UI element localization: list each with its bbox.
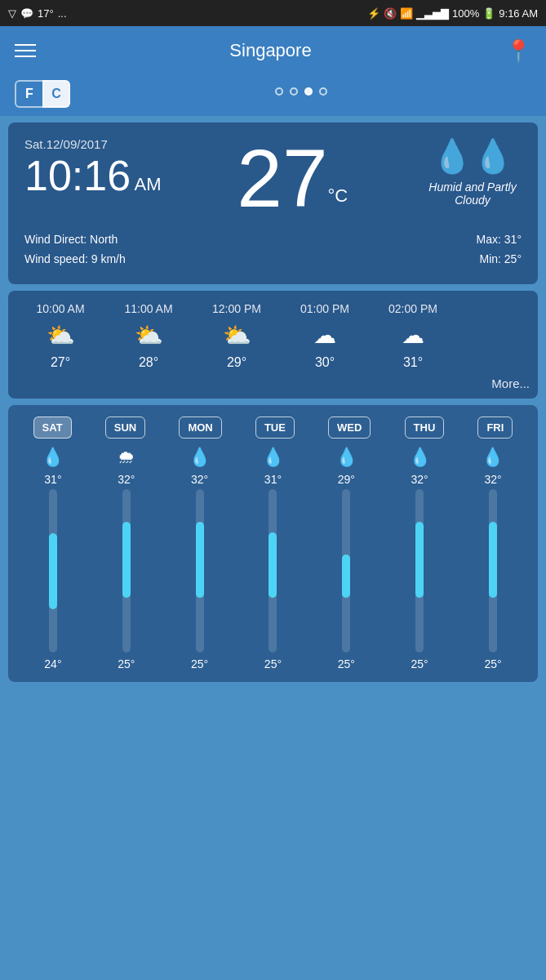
bar-column-4: 29°25°: [313, 473, 379, 670]
status-left: ▽ 💬 17° ...: [8, 7, 67, 20]
day-tue[interactable]: TUE: [255, 416, 295, 439]
main-card-top: Sat.12/09/2017 10:16 AM 27°C 💧💧 Humid an…: [24, 137, 522, 219]
temperature-value: 27: [237, 132, 327, 224]
bar-fill: [122, 522, 131, 598]
more-link[interactable]: More...: [16, 370, 530, 390]
min-temp-label: 25°: [338, 657, 355, 670]
min-temp: Min: 25°: [477, 250, 522, 270]
hourly-weather-icon: ⛅: [47, 322, 75, 349]
battery-icon: 🔋: [482, 7, 495, 20]
weekly-icon-mon: 💧: [167, 447, 233, 468]
max-temp-label: 32°: [484, 473, 501, 486]
condition-text: Humid and Partly Cloudy: [424, 180, 522, 207]
max-temp-label: 31°: [264, 473, 282, 486]
hamburger-line: [15, 56, 36, 57]
bar-column-6: 32°25°: [460, 473, 526, 670]
hourly-time: 10:00 AM: [36, 302, 84, 315]
bar-fill: [269, 532, 277, 598]
battery-percent: 100%: [452, 7, 479, 20]
status-bar: ▽ 💬 17° ... ⚡ 🔇 📶 ▁▃▅▇ 100% 🔋 9:16 AM: [0, 0, 546, 26]
bar-fill: [342, 555, 350, 598]
app-header: Singapore 📍: [0, 26, 546, 75]
wind-direction: Wind Direct: North: [24, 230, 126, 250]
hourly-temp: 31°: [403, 355, 423, 370]
min-temp-label: 25°: [118, 657, 135, 670]
hamburger-line: [15, 50, 36, 51]
hourly-time: 01:00 PM: [300, 302, 349, 315]
max-temp: Max: 31°: [477, 230, 522, 250]
temp-bar: [489, 489, 497, 653]
weekly-icon-wed: 💧: [313, 447, 379, 468]
bluetooth-icon: ⚡: [367, 7, 380, 20]
max-temp-label: 32°: [191, 473, 208, 486]
ellipsis: ...: [58, 7, 67, 20]
max-temp-label: 32°: [118, 473, 135, 486]
main-condition: 💧💧 Humid and Partly Cloudy: [424, 137, 522, 207]
bar-fill: [49, 533, 57, 609]
dot-1[interactable]: [275, 87, 283, 96]
date-text: Sat.12/09/2017: [24, 137, 162, 151]
hourly-temp: 27°: [51, 355, 70, 370]
day-sun[interactable]: SUN: [105, 416, 145, 439]
fahrenheit-button[interactable]: F: [15, 80, 42, 108]
hourly-weather-icon: ☁: [402, 322, 424, 349]
celsius-button[interactable]: C: [42, 80, 70, 108]
temperature-status: 17°: [38, 7, 54, 20]
hourly-time: 02:00 PM: [388, 302, 437, 315]
ampm-text: AM: [135, 174, 162, 194]
hourly-scroll[interactable]: 10:00 AM ⛅ 27° 11:00 AM ⛅ 28° 12:00 PM ⛅…: [16, 302, 530, 370]
hourly-time: 12:00 PM: [212, 302, 261, 315]
controls-row: F C: [0, 75, 546, 116]
time-display: 10:16 AM: [24, 154, 162, 197]
bar-fill: [489, 522, 497, 598]
main-date-time: Sat.12/09/2017 10:16 AM: [24, 137, 162, 197]
main-card-bottom: Wind Direct: North Wind speed: 9 km/h Ma…: [24, 230, 522, 270]
min-temp-label: 25°: [411, 657, 428, 670]
min-temp-label: 25°: [484, 657, 501, 670]
hourly-temp: 28°: [139, 355, 158, 370]
max-temp-label: 32°: [411, 473, 428, 486]
min-temp-label: 25°: [264, 657, 282, 670]
shield-icon: ▽: [8, 7, 16, 20]
clock: 9:16 AM: [499, 7, 538, 20]
hourly-time: 11:00 AM: [124, 302, 172, 315]
weekly-bars: 31°24°32°25°32°25°31°25°29°25°32°25°32°2…: [16, 473, 530, 670]
dot-2[interactable]: [290, 87, 298, 96]
temp-bar: [342, 489, 350, 653]
day-sat[interactable]: SAT: [33, 416, 72, 439]
temp-bar: [49, 489, 57, 653]
hourly-item-1: 11:00 AM ⛅ 28°: [104, 302, 193, 370]
hourly-temp: 30°: [315, 355, 335, 370]
bar-column-2: 32°25°: [167, 473, 233, 670]
menu-button[interactable]: [15, 44, 36, 57]
weekly-icon-sat: 💧: [20, 447, 86, 468]
max-temp-label: 29°: [338, 473, 355, 486]
time-text: 10:16: [24, 152, 131, 199]
wind-info: Wind Direct: North Wind speed: 9 km/h: [24, 230, 126, 270]
message-icon: 💬: [20, 7, 33, 20]
hourly-item-2: 12:00 PM ⛅ 29°: [193, 302, 281, 370]
max-temp-label: 31°: [44, 473, 61, 486]
unit-toggle[interactable]: F C: [15, 80, 70, 108]
temp-bar: [196, 489, 204, 653]
bar-column-1: 32°25°: [94, 473, 159, 670]
dot-3[interactable]: [304, 87, 313, 96]
hourly-item-4: 02:00 PM ☁ 31°: [369, 302, 457, 370]
hourly-weather-icon: ⛅: [135, 322, 163, 349]
day-thu[interactable]: THU: [405, 416, 445, 439]
signal-icon: ▁▃▅▇: [416, 7, 449, 20]
weekly-icon-thu: 💧: [387, 447, 452, 468]
day-wed[interactable]: WED: [328, 416, 371, 439]
location-icon[interactable]: 📍: [505, 38, 531, 64]
day-mon[interactable]: MON: [179, 416, 221, 439]
weather-icon: 💧💧: [432, 137, 513, 176]
dot-4[interactable]: [319, 87, 327, 96]
wifi-icon: 📶: [400, 7, 413, 20]
day-buttons-row: SAT SUN MON TUE WED THU FRI: [16, 416, 530, 439]
bar-column-5: 32°25°: [387, 473, 452, 670]
hourly-item-0: 10:00 AM ⛅ 27°: [16, 302, 104, 370]
status-right: ⚡ 🔇 📶 ▁▃▅▇ 100% 🔋 9:16 AM: [367, 7, 538, 20]
bar-column-3: 31°25°: [240, 473, 305, 670]
hourly-weather-icon: ⛅: [223, 322, 251, 349]
day-fri[interactable]: FRI: [477, 416, 513, 439]
